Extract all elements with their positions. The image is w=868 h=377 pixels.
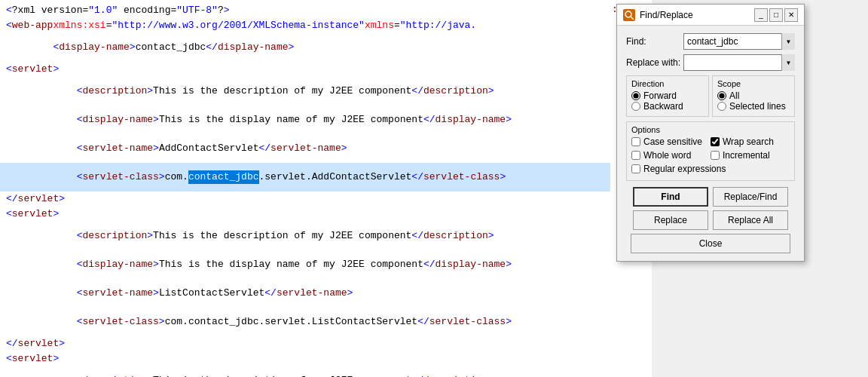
- code-line: <description>This is the description of …: [0, 77, 610, 106]
- code-line: <description>This is the description of …: [0, 366, 610, 377]
- replace-input-wrap: ▼: [683, 54, 795, 71]
- backward-label: Backward: [643, 101, 683, 112]
- code-line: <servlet-class>com.contact_jdbc.servlet.…: [0, 308, 610, 336]
- case-sensitive-label: Case sensitive: [643, 136, 702, 147]
- options-label: Options: [631, 125, 790, 134]
- search-match: contact_jdbc: [188, 170, 259, 184]
- minimize-button[interactable]: _: [754, 8, 768, 22]
- incremental-row: Incremental: [711, 150, 790, 161]
- wrap-search-row: Wrap search: [711, 136, 790, 147]
- forward-label: Forward: [643, 90, 677, 101]
- forward-radio-row: Forward: [631, 90, 704, 101]
- code-line: <servlet>: [0, 207, 610, 222]
- code-line: <description>This is the description of …: [0, 222, 610, 250]
- scope-section: Scope All Selected lines: [712, 75, 795, 117]
- find-replace-icon: [623, 9, 635, 21]
- code-line: <display-name>This is the display name o…: [0, 250, 610, 279]
- code-line: <servlet>: [0, 62, 610, 77]
- regular-expressions-label: Regular expressions: [643, 164, 726, 174]
- direction-section: Direction Forward Backward: [626, 75, 709, 117]
- close-btn-row: Close: [626, 234, 795, 253]
- code-line: </servlet>: [0, 336, 610, 351]
- dialog-titlebar: Find/Replace _ □ ✕: [617, 5, 804, 26]
- find-dropdown-arrow[interactable]: ▼: [781, 33, 795, 50]
- find-replace-dialog: Find/Replace _ □ ✕ Find: ▼ Replace with:…: [616, 4, 805, 262]
- replace-all-button[interactable]: Replace All: [713, 210, 788, 230]
- dialog-body: Find: ▼ Replace with: ▼ Direction Forwar…: [617, 26, 804, 261]
- dialog-title: Find/Replace: [640, 10, 693, 20]
- mid-btn-row: Replace Replace All: [626, 210, 795, 230]
- code-line: <servlet>: [0, 351, 610, 366]
- replace-label: Replace with:: [626, 57, 683, 68]
- find-input-wrap: ▼: [683, 33, 795, 50]
- replace-button[interactable]: Replace: [633, 210, 708, 230]
- find-input[interactable]: [683, 33, 795, 50]
- forward-radio[interactable]: [631, 91, 640, 100]
- code-line: </servlet>: [0, 192, 610, 207]
- all-radio[interactable]: [717, 91, 726, 100]
- case-sensitive-checkbox[interactable]: [631, 137, 640, 146]
- options-grid: Case sensitive Wrap search Whole word In…: [631, 136, 790, 176]
- backward-radio-row: Backward: [631, 101, 704, 112]
- replace-find-button[interactable]: Replace/Find: [713, 187, 788, 207]
- dialog-window-controls[interactable]: _ □ ✕: [754, 8, 798, 22]
- regular-expressions-row: Regular expressions: [631, 164, 790, 174]
- direction-label: Direction: [631, 79, 704, 88]
- wrap-search-label: Wrap search: [723, 136, 774, 147]
- incremental-checkbox[interactable]: [711, 151, 720, 160]
- close-window-button[interactable]: ✕: [784, 8, 798, 22]
- whole-word-checkbox[interactable]: [631, 151, 640, 160]
- all-radio-row: All: [717, 90, 790, 101]
- whole-word-label: Whole word: [643, 150, 691, 161]
- top-btn-row: Find Replace/Find: [626, 187, 795, 207]
- all-label: All: [729, 90, 739, 101]
- close-button[interactable]: Close: [631, 234, 790, 253]
- svg-line-1: [631, 17, 634, 20]
- whole-word-row: Whole word: [631, 150, 711, 161]
- code-line: <web-app xmlns:xsi="http://www.w3.org/20…: [0, 18, 610, 33]
- code-line: <display-name>contact_jdbc</display-name…: [0, 33, 610, 62]
- selected-lines-radio[interactable]: [717, 102, 726, 111]
- dialog-title-left: Find/Replace: [623, 9, 693, 21]
- replace-dropdown-arrow[interactable]: ▼: [781, 54, 795, 71]
- wrap-search-checkbox[interactable]: [711, 137, 720, 146]
- direction-scope-row: Direction Forward Backward Scope All: [626, 75, 795, 117]
- svg-point-0: [625, 11, 631, 17]
- code-editor[interactable]: <?xml version="1.0" encoding="UTF-8"?> <…: [0, 0, 610, 377]
- selected-lines-radio-row: Selected lines: [717, 101, 790, 112]
- options-section: Options Case sensitive Wrap search Whole…: [626, 121, 795, 181]
- regular-expressions-checkbox[interactable]: [631, 164, 640, 173]
- find-button[interactable]: Find: [633, 187, 708, 207]
- code-line: <servlet-name>AddContactServlet</servlet…: [0, 134, 610, 163]
- case-sensitive-row: Case sensitive: [631, 136, 711, 147]
- find-label: Find:: [626, 36, 683, 47]
- code-line-highlighted: <servlet-class>com.contact_jdbc.servlet.…: [0, 163, 610, 192]
- backward-radio[interactable]: [631, 102, 640, 111]
- replace-input[interactable]: [683, 54, 795, 71]
- incremental-label: Incremental: [723, 150, 770, 161]
- find-field-row: Find: ▼: [626, 33, 795, 50]
- replace-field-row: Replace with: ▼: [626, 54, 795, 71]
- maximize-button[interactable]: □: [769, 8, 783, 22]
- scope-label: Scope: [717, 79, 790, 88]
- code-line: <servlet-name>ListContactServlet</servle…: [0, 279, 610, 308]
- buttons-area: Find Replace/Find Replace Replace All Cl…: [626, 187, 795, 253]
- selected-lines-label: Selected lines: [729, 101, 786, 112]
- code-line: <?xml version="1.0" encoding="UTF-8"?>: [0, 3, 610, 18]
- code-line: <display-name>This is the display name o…: [0, 106, 610, 134]
